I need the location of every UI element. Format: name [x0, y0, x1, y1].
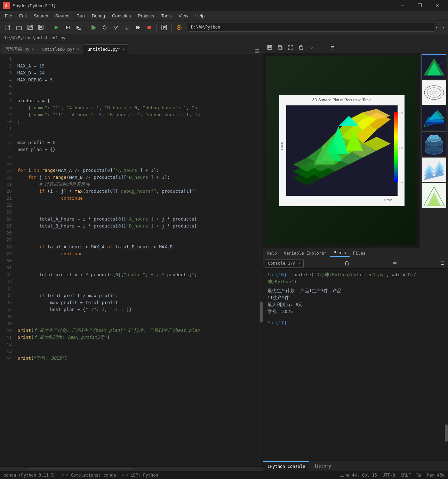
plot-thumb-1[interactable]: [422, 54, 446, 79]
tab-close-icon[interactable]: ✕: [32, 47, 34, 51]
menu-consoles[interactable]: Consoles: [109, 13, 134, 19]
console-entry-17: In [17]:: [267, 319, 440, 326]
svg-rect-33: [268, 47, 271, 49]
plot-thumb-5[interactable]: [422, 157, 446, 182]
menu-projects[interactable]: Projects: [134, 13, 158, 19]
spyder-prefs-button[interactable]: [174, 23, 184, 32]
menu-file[interactable]: File: [1, 13, 16, 19]
svg-marker-23: [138, 26, 140, 29]
menu-help[interactable]: Help: [192, 13, 208, 19]
save-file-button[interactable]: [25, 23, 35, 32]
status-bar: conda (Python 3.11.5) ✓ ✓ Completions: c…: [0, 471, 448, 479]
editor-scrollbar[interactable]: [259, 54, 263, 466]
console-scrollbar[interactable]: [444, 269, 448, 461]
rerun-button[interactable]: [99, 23, 110, 32]
inspector-button[interactable]: [159, 23, 169, 32]
plots-delete-button[interactable]: [297, 44, 306, 51]
svg-rect-32: [268, 45, 271, 47]
window-title: Spyder (Python 3.11): [13, 3, 394, 8]
status-completions: ✓ ✓ Completions: conda: [62, 473, 116, 478]
plot-thumb-2[interactable]: [422, 80, 446, 104]
step-button[interactable]: [111, 23, 121, 32]
path-input[interactable]: D:\珅\Python: [188, 23, 434, 32]
svg-rect-76: [394, 112, 398, 182]
more-options-button[interactable]: ···: [435, 23, 445, 32]
console-tab-close[interactable]: ✕: [298, 261, 300, 265]
window-controls: ─ ❐ ✕: [394, 0, 445, 11]
open-file-button[interactable]: [14, 23, 24, 32]
close-button[interactable]: ✕: [429, 0, 445, 11]
output-line-1: 最优生产计划: 产品I生产3件，产品: [267, 287, 440, 294]
tab-help[interactable]: Help: [263, 250, 280, 256]
console-tab-label: Console 1/A: [268, 261, 295, 266]
menu-edit[interactable]: Edit: [16, 13, 30, 19]
new-file-button[interactable]: [3, 23, 13, 32]
run-cell-button[interactable]: [62, 23, 73, 32]
run-button[interactable]: [51, 23, 62, 32]
debug-run-button[interactable]: [88, 23, 99, 32]
console-interrupt-button[interactable]: [391, 259, 399, 268]
plots-fullscreen-button[interactable]: [286, 44, 295, 51]
svg-point-103: [429, 135, 439, 139]
code-editor[interactable]: MAX_A = 15 MAX_B = 24 MAX_DEBUG = 5 prod…: [15, 54, 259, 466]
menu-run[interactable]: Run: [73, 13, 88, 19]
tab-label: 代码问候.py: [5, 46, 30, 52]
console-delete-button[interactable]: [343, 259, 351, 268]
svg-rect-4: [29, 25, 32, 27]
tab-close-icon[interactable]: ✕: [122, 47, 125, 51]
tab-close-icon[interactable]: ✕: [77, 47, 79, 51]
toolbar-separator-2: [86, 24, 86, 31]
status-line-col: Line 44, Col 15: [339, 473, 377, 478]
save-as-button[interactable]: [36, 23, 47, 32]
editor-area[interactable]: 12345 678910 1112131415 1617181920 21222…: [0, 54, 263, 466]
step-over-button[interactable]: [133, 23, 143, 32]
editor-panel: 代码问候.py ✕ untitled0.py* ✕ untitled1.py* …: [0, 42, 263, 471]
tab-files[interactable]: Files: [350, 250, 369, 256]
plots-close-button[interactable]: ✕: [307, 44, 316, 51]
menu-tools[interactable]: Tools: [158, 13, 175, 19]
tab-untitled1[interactable]: untitled1.py* ✕: [84, 44, 129, 54]
svg-marker-10: [66, 26, 69, 29]
menu-debug[interactable]: Debug: [88, 13, 109, 19]
output-line-2: II生产2件: [267, 294, 440, 301]
console-cmd-16: runfile('D:/珅/Python/untitled1.py', wdir…: [267, 272, 416, 284]
tab-daimaWenhou[interactable]: 代码问候.py ✕: [1, 44, 38, 54]
minimize-button[interactable]: ─: [394, 0, 410, 11]
plots-save-button[interactable]: [265, 44, 274, 51]
menu-view[interactable]: View: [175, 13, 192, 19]
svg-marker-9: [55, 25, 58, 30]
tab-ipython-console[interactable]: IPython Console: [263, 461, 309, 471]
tab-plots[interactable]: Plots: [330, 250, 350, 257]
console-menu-button[interactable]: ☰: [438, 259, 447, 268]
plots-copy-button[interactable]: [276, 44, 285, 51]
menu-source[interactable]: Source: [52, 13, 73, 19]
plot-thumb-4[interactable]: [422, 131, 446, 156]
svg-marker-12: [77, 26, 79, 29]
menu-search[interactable]: Search: [30, 13, 51, 19]
plots-more-button[interactable]: ···: [318, 44, 327, 51]
right-panel: ✕ ··· ☰ 3D Surface Plot of Recursive Tab…: [263, 42, 448, 471]
continue-button[interactable]: [122, 23, 132, 32]
tab-variable-explorer[interactable]: Variable Explorer: [280, 250, 330, 256]
tab-history[interactable]: History: [309, 461, 335, 471]
tab-untitled0[interactable]: untitled0.py* ✕: [38, 44, 83, 54]
console-tab-bar: Console 1/A ✕ ☰: [263, 258, 448, 269]
console-output[interactable]: In [16]: runfile('D:/珅/Python/untitled1.…: [263, 269, 444, 461]
plot-thumb-6[interactable]: [422, 183, 446, 207]
run-cell-advance-button[interactable]: [73, 23, 84, 32]
svg-point-30: [178, 26, 180, 28]
output-line-3: 最大利润为: 8元: [267, 301, 440, 308]
console-body: In [16]: runfile('D:/珅/Python/untitled1.…: [263, 269, 448, 461]
stop-button[interactable]: [144, 23, 154, 32]
svg-rect-2: [6, 25, 9, 30]
status-encoding: UTF-8: [383, 473, 395, 478]
console-tab-1[interactable]: Console 1/A ✕: [265, 259, 304, 268]
editor-hscrollbar[interactable]: [0, 466, 263, 471]
console-panel: Console 1/A ✕ ☰ In [16]: runfile('D:/珅/P…: [263, 258, 448, 471]
title-bar: S Spyder (Python 3.11) ─ ❐ ✕: [0, 0, 448, 11]
plot-thumb-3[interactable]: [422, 106, 446, 130]
maximize-button[interactable]: ❐: [412, 0, 428, 11]
toolbar-separator-1: [49, 24, 49, 31]
plots-menu-button[interactable]: ☰: [328, 44, 337, 51]
tab-menu-button[interactable]: ☰: [253, 48, 262, 54]
